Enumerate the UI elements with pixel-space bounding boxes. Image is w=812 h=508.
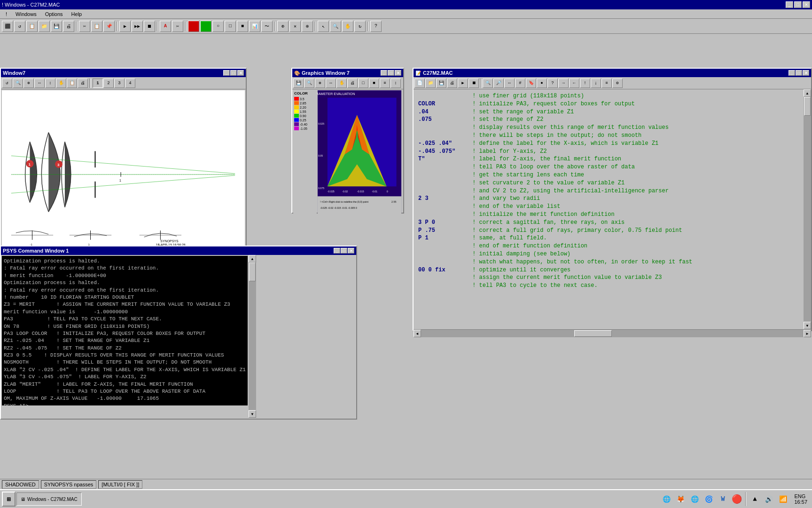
- toolbar-btn-7[interactable]: ✂: [79, 21, 90, 32]
- code-tool-settings[interactable]: ⚙: [612, 79, 623, 88]
- toolbar-btn-4[interactable]: 📁: [39, 21, 50, 32]
- gfx-tool-10[interactable]: ↕: [390, 79, 401, 88]
- code-maximize-btn[interactable]: □: [796, 70, 802, 76]
- lens-tool-1[interactable]: ↺: [2, 79, 12, 88]
- code-scroll-left[interactable]: ◄: [414, 330, 421, 337]
- lens-tab-3[interactable]: 3: [114, 79, 125, 88]
- code-tool-zoom[interactable]: 🔍: [483, 79, 493, 88]
- lens-tool-3[interactable]: ⊕: [23, 79, 34, 88]
- toolbar-btn-6[interactable]: 🖨: [63, 21, 74, 32]
- toolbar-btn-A[interactable]: A: [160, 21, 171, 32]
- toolbar-btn-scissor[interactable]: ✂: [172, 21, 183, 32]
- taskbar-app-windows[interactable]: 🖥 Windows - C27M2.MAC: [16, 492, 82, 506]
- code-tool-goto[interactable]: #: [515, 79, 525, 88]
- toolbar-btn-graph[interactable]: 📊: [249, 21, 260, 32]
- gfx-tool-7[interactable]: □: [358, 79, 368, 88]
- lens-maximize-btn[interactable]: □: [230, 70, 237, 76]
- code-tool-new[interactable]: 📄: [414, 79, 425, 88]
- code-tool-print[interactable]: 🖨: [447, 79, 457, 88]
- code-scrollbar[interactable]: ▲ ▼: [804, 89, 811, 329]
- scroll-up-btn[interactable]: ▲: [249, 255, 256, 262]
- graphics-minimize-btn[interactable]: _: [381, 70, 387, 76]
- taskbar-extra-icon[interactable]: 🔴: [731, 493, 742, 505]
- toolbar-btn-more3[interactable]: ⊗: [302, 21, 313, 32]
- toolbar-btn-zoom[interactable]: 🔍: [330, 21, 341, 32]
- code-content[interactable]: ! use finer grid (118x118 points)COLOR !…: [414, 90, 803, 307]
- toolbar-btn-11[interactable]: ▶▶: [132, 21, 143, 32]
- minimize-button[interactable]: _: [786, 1, 793, 8]
- lens-tool-4[interactable]: ↔: [34, 79, 45, 88]
- cmd-close-btn[interactable]: ✕: [348, 248, 354, 254]
- code-tool-comment[interactable]: !: [580, 79, 590, 88]
- graphics-close-btn[interactable]: ✕: [395, 70, 401, 76]
- lens-tool-8[interactable]: 🖨: [78, 79, 88, 88]
- code-hthumb[interactable]: [574, 330, 612, 337]
- code-tool-stop[interactable]: ⏹: [468, 79, 479, 88]
- code-tool-save[interactable]: 💾: [436, 79, 446, 88]
- toolbar-btn-filled[interactable]: ■: [237, 21, 248, 32]
- system-tray-arrow[interactable]: ▲: [749, 493, 760, 505]
- menu-item-help[interactable]: Help: [68, 10, 86, 18]
- code-tool-breakpoint[interactable]: ●: [537, 79, 547, 88]
- lens-tool-2[interactable]: 🔍: [13, 79, 23, 88]
- cmd-maximize-btn[interactable]: □: [341, 248, 347, 254]
- code-tool-uncomment[interactable]: ¡: [591, 79, 601, 88]
- code-minimize-btn[interactable]: _: [789, 70, 795, 76]
- lens-tab-1[interactable]: 1: [93, 79, 103, 88]
- system-tray-network[interactable]: 📶: [777, 493, 789, 505]
- toolbar-btn-3[interactable]: 📋: [26, 21, 38, 32]
- menu-item-options[interactable]: Options: [41, 10, 67, 18]
- cmd-minimize-btn[interactable]: _: [334, 248, 340, 254]
- toolbar-btn-2[interactable]: ↺: [14, 21, 25, 32]
- gfx-tool-5[interactable]: ✋: [336, 79, 347, 88]
- code-scroll-thumb[interactable]: [804, 97, 811, 116]
- maximize-button[interactable]: □: [794, 1, 802, 8]
- taskbar-chrome-icon[interactable]: 🌐: [661, 493, 672, 505]
- code-tool-format[interactable]: ≡: [601, 79, 612, 88]
- lens-close-btn[interactable]: ✕: [237, 70, 244, 76]
- gfx-tool-4[interactable]: ↔: [326, 79, 336, 88]
- toolbar-btn-rotate[interactable]: ↻: [354, 21, 366, 32]
- toolbar-btn-green[interactable]: [200, 21, 211, 32]
- code-tool-search[interactable]: 🔎: [493, 79, 504, 88]
- toolbar-btn-question[interactable]: ?: [370, 21, 382, 32]
- lens-minimize-btn[interactable]: _: [223, 70, 230, 76]
- toolbar-btn-circle[interactable]: ○: [212, 21, 224, 32]
- lens-tool-7[interactable]: 📋: [67, 79, 77, 88]
- graphics-maximize-btn[interactable]: □: [388, 70, 394, 76]
- toolbar-btn-pan[interactable]: ✋: [342, 21, 353, 32]
- taskbar-photoshop-icon[interactable]: 🌀: [703, 493, 714, 505]
- lens-tab-4[interactable]: 4: [125, 79, 135, 88]
- code-tool-indent[interactable]: →: [558, 79, 569, 88]
- code-tool-open[interactable]: 📁: [425, 79, 436, 88]
- gfx-tool-3[interactable]: ⊕: [315, 79, 325, 88]
- toolbar-btn-1[interactable]: ⬛: [2, 21, 13, 32]
- close-button[interactable]: ✕: [803, 1, 810, 8]
- toolbar-btn-more1[interactable]: ⊕: [277, 21, 289, 32]
- toolbar-btn-5[interactable]: 💾: [51, 21, 62, 32]
- system-tray-sound[interactable]: 🔊: [763, 493, 774, 505]
- command-content[interactable]: Optimization process is halted.: Fatal r…: [2, 256, 248, 405]
- code-scroll-right[interactable]: ►: [804, 330, 811, 337]
- toolbar-btn-wave[interactable]: 〜: [261, 21, 273, 32]
- toolbar-btn-9[interactable]: 📌: [103, 21, 115, 32]
- code-tool-help[interactable]: ?: [547, 79, 558, 88]
- code-tool-unindent[interactable]: ←: [569, 79, 579, 88]
- lens-tool-5[interactable]: ↕: [45, 79, 55, 88]
- toolbar-btn-10[interactable]: ▶: [119, 21, 131, 32]
- code-tool-replace[interactable]: ↔: [504, 79, 515, 88]
- toolbar-btn-red[interactable]: [188, 21, 199, 32]
- gfx-tool-6[interactable]: 🖨: [347, 79, 358, 88]
- gfx-tool-8[interactable]: ■: [369, 79, 379, 88]
- scroll-down-btn[interactable]: ▼: [249, 410, 256, 418]
- menu-item-windows[interactable]: Windows: [12, 10, 40, 18]
- code-close-btn[interactable]: ✕: [803, 70, 809, 76]
- toolbar-btn-cursor[interactable]: ↖: [318, 21, 329, 32]
- toolbar-btn-square[interactable]: □: [225, 21, 236, 32]
- taskbar-edge-icon[interactable]: 🌐: [689, 493, 700, 505]
- toolbar-btn-12[interactable]: ⏹: [144, 21, 155, 32]
- menu-item-bang[interactable]: !: [2, 10, 11, 18]
- scroll-thumb[interactable]: [249, 262, 256, 281]
- taskbar-fox-icon[interactable]: 🦊: [675, 493, 686, 505]
- gfx-tool-9[interactable]: ≡: [380, 79, 390, 88]
